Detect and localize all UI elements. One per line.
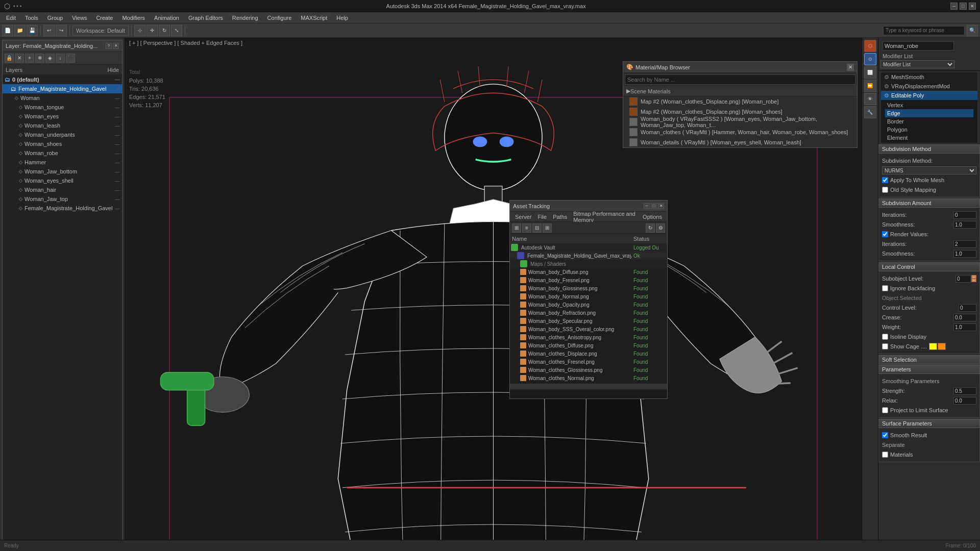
asset-item-9[interactable]: Woman_body_Specular.png Found — [510, 317, 667, 325]
layer-win-controls[interactable]: ? ✕ — [106, 43, 119, 49]
asset-menu-bitmap[interactable]: Bitmap Performance and Memory — [570, 211, 640, 223]
asset-win-controls[interactable]: ─ □ ✕ — [644, 203, 664, 209]
old-style-mapping-check[interactable] — [882, 187, 888, 193]
menu-rendering[interactable]: Rendering — [228, 14, 262, 22]
asset-maxfile[interactable]: Female_Magistrate_Holding_Gavel_max_vray… — [510, 252, 667, 260]
layer-item-shoes[interactable]: ◇ Woman_shoes — — [3, 139, 122, 148]
isoline-check[interactable] — [882, 334, 888, 340]
rollout-soft-selection[interactable]: Soft Selection — [878, 355, 980, 364]
right-icon-create[interactable]: ⬡ — [864, 40, 876, 52]
modifier-item-meshsmooth[interactable]: ⚙ MeshSmooth — [881, 72, 977, 82]
layer-item-jaw-bottom[interactable]: ◇ Woman_Jaw_bottom — — [3, 167, 122, 176]
layer-item-underpants[interactable]: ◇ Woman_underpants — — [3, 130, 122, 139]
right-icon-utilities[interactable]: 🔧 — [864, 106, 876, 118]
asset-item-10[interactable]: Woman_body_SSS_Overal_color.png Found — [510, 325, 667, 333]
asset-menu-file[interactable]: File — [534, 214, 550, 220]
menu-edit[interactable]: Edit — [2, 14, 20, 22]
asset-item-3[interactable]: Woman_body_Diffuse.png Found — [510, 268, 667, 276]
subobj-element[interactable]: Element — [885, 134, 973, 142]
asset-btn-1[interactable]: ⊞ — [512, 223, 521, 233]
minimize-button[interactable]: ─ — [950, 3, 958, 10]
layer-color-btn[interactable]: ⬛ — [66, 54, 75, 63]
materials-check[interactable] — [882, 452, 888, 458]
layer-lock-btn[interactable]: 🔒 — [5, 54, 14, 63]
subobj-vertex[interactable]: Vertex — [885, 101, 973, 109]
cage-color-2[interactable] — [938, 343, 946, 350]
asset-close-btn[interactable]: ✕ — [658, 203, 664, 209]
window-controls[interactable]: ─ □ ✕ — [950, 3, 976, 10]
control-level-input[interactable] — [959, 304, 976, 312]
rollout-surface-params[interactable]: Surface Parameters — [878, 419, 980, 428]
layer-help-btn[interactable]: ? — [106, 43, 112, 49]
main-search-input[interactable] — [883, 26, 965, 35]
asset-btn-2[interactable]: ≡ — [522, 223, 531, 233]
relax-input[interactable] — [953, 397, 976, 405]
cage-color-1[interactable] — [929, 343, 937, 350]
mat-item-1[interactable]: Map #2 (Woman_clothes_Displace.png) [Wom… — [623, 107, 857, 117]
mat-item-4[interactable]: Woman_details ( VRayMtl ) [Woman_eyes_sh… — [623, 137, 857, 147]
modifier-item-edpoly[interactable]: ⚙ Editable Poly — [881, 91, 977, 100]
toolbar-move[interactable]: ✛ — [146, 25, 158, 36]
mat-item-3[interactable]: Woman_clothes ( VRayMtl ) [Hammer, Woman… — [623, 127, 857, 137]
layer-add-btn[interactable]: + — [25, 54, 34, 63]
apply-whole-mesh-check[interactable] — [882, 177, 888, 183]
sublevel-input[interactable] — [955, 275, 971, 283]
menu-animation[interactable]: Animation — [150, 14, 183, 22]
mat-item-2[interactable]: Woman_body ( VRayFastSSS2 ) [Woman_eyes,… — [623, 117, 857, 127]
rollout-parameters[interactable]: Parameters — [878, 365, 980, 374]
ignore-backfacing-check[interactable] — [882, 285, 888, 291]
asset-item-12[interactable]: Woman_clothes_Diffuse.png Found — [510, 341, 667, 349]
menu-create[interactable]: Create — [92, 14, 117, 22]
subobj-edge[interactable]: Edge — [885, 109, 973, 117]
mat-search-input[interactable] — [625, 74, 855, 85]
smoothness-input[interactable] — [953, 221, 976, 229]
asset-item-13[interactable]: Woman_clothes_Displace.png Found — [510, 349, 667, 358]
right-icon-modify[interactable]: ⊙ — [864, 53, 876, 65]
toolbar-open[interactable]: 📁 — [14, 25, 26, 36]
menu-maxscript[interactable]: MAXScript — [297, 14, 331, 22]
layer-list[interactable]: 🗂 0 (default) — 🗂 Female_Magistrate_Hold… — [3, 75, 122, 541]
asset-maps-section[interactable]: Maps / Shaders — [510, 260, 667, 268]
asset-btn-refresh[interactable]: ↻ — [646, 223, 655, 233]
layer-item-eyes-shell[interactable]: ◇ Woman_eyes_shell — — [3, 176, 122, 185]
toolbar-scale[interactable]: ⤡ — [171, 25, 182, 36]
asset-menu-options[interactable]: Options — [640, 214, 665, 220]
method-dropdown[interactable]: NURMS — [882, 166, 976, 174]
layer-item-hair[interactable]: ◇ Woman_hair — — [3, 185, 122, 194]
layer-item-tongue[interactable]: ◇ Woman_tongue — — [3, 103, 122, 112]
asset-item-14[interactable]: Woman_clothes_Fresnel.png Found — [510, 358, 667, 366]
menu-views[interactable]: Views — [68, 14, 91, 22]
subobj-border[interactable]: Border — [885, 117, 973, 126]
asset-item-5[interactable]: Woman_body_Glossiness.png Found — [510, 284, 667, 292]
mat-browser-close[interactable]: ✕ — [847, 64, 854, 71]
layer-freeze-btn[interactable]: ❄ — [35, 54, 44, 63]
asset-item-7[interactable]: Woman_body_Opacity.png Found — [510, 300, 667, 309]
project-check[interactable] — [882, 407, 888, 413]
asset-btn-4[interactable]: ⊞ — [543, 223, 552, 233]
sublevel-down[interactable]: ▾ — [971, 279, 976, 282]
crease-input[interactable] — [953, 314, 976, 321]
maximize-button[interactable]: □ — [960, 3, 967, 10]
render-iter-input[interactable] — [953, 240, 976, 248]
toolbar-save[interactable]: 💾 — [27, 25, 38, 36]
modifier-list-dropdown[interactable]: Modifier List — [880, 60, 954, 68]
asset-item-11[interactable]: Woman_clothes_Anisotropy.png Found — [510, 333, 667, 341]
modifier-item-vray[interactable]: ⚙ VRayDisplacementMod — [881, 82, 977, 91]
mat-item-0[interactable]: Map #2 (Woman_clothes_Displace.png) [Wom… — [623, 96, 857, 107]
asset-item-6[interactable]: Woman_body_Normal.png Found — [510, 292, 667, 300]
asset-item-8[interactable]: Woman_body_Refraction.png Found — [510, 309, 667, 317]
render-values-check[interactable] — [882, 231, 888, 237]
search-button[interactable]: 🔍 — [967, 25, 978, 36]
asset-item-16[interactable]: Woman_clothes_Normal.png Found — [510, 374, 667, 382]
layer-delete-btn[interactable]: ✕ — [15, 54, 24, 63]
asset-min-btn[interactable]: ─ — [644, 203, 650, 209]
asset-btn-3[interactable]: ⊟ — [532, 223, 542, 233]
layer-item-robe[interactable]: ◇ Woman_robe — — [3, 148, 122, 158]
viewport[interactable]: [ + ] [ Perspective ] [ Shaded + Edged F… — [125, 38, 862, 551]
asset-scrollbar-h[interactable] — [510, 383, 667, 389]
menu-configure[interactable]: Configure — [263, 14, 296, 22]
smooth-result-check[interactable] — [882, 432, 888, 438]
layer-close-btn[interactable]: ✕ — [113, 43, 119, 49]
layer-item-eyes[interactable]: ◇ Woman_eyes — — [3, 112, 122, 121]
layer-move-btn[interactable]: ↓ — [56, 54, 65, 63]
